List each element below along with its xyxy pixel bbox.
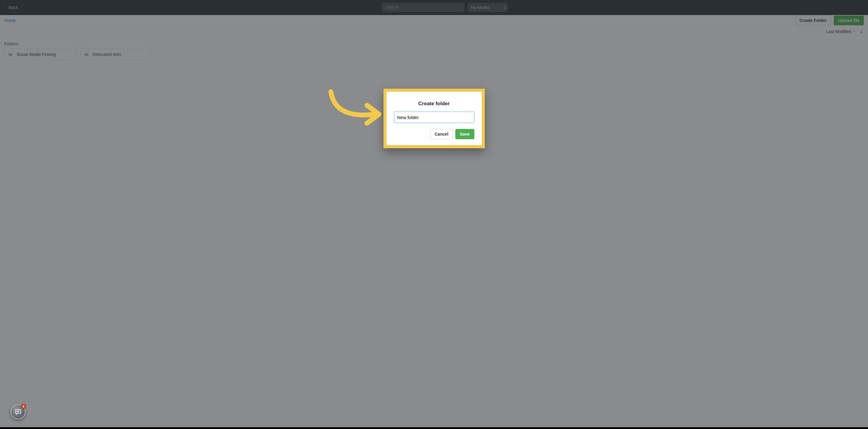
chat-widget-button[interactable]: 9 <box>10 404 26 419</box>
modal-actions: Cancel Save <box>394 129 474 139</box>
folder-name-input[interactable] <box>394 111 474 123</box>
modal-highlight-frame: Create folder Cancel Save <box>383 89 485 148</box>
create-folder-modal: Create folder Cancel Save <box>386 92 482 145</box>
modal-overlay[interactable]: Create folder Cancel Save 9 <box>0 0 868 429</box>
chat-notification-badge: 9 <box>21 404 26 409</box>
cancel-button[interactable]: Cancel <box>430 129 453 139</box>
save-button[interactable]: Save <box>455 129 474 139</box>
chat-icon <box>14 408 22 416</box>
annotation-arrow-icon <box>326 89 382 128</box>
bottom-edge-bar <box>0 427 868 429</box>
modal-title: Create folder <box>394 101 474 107</box>
